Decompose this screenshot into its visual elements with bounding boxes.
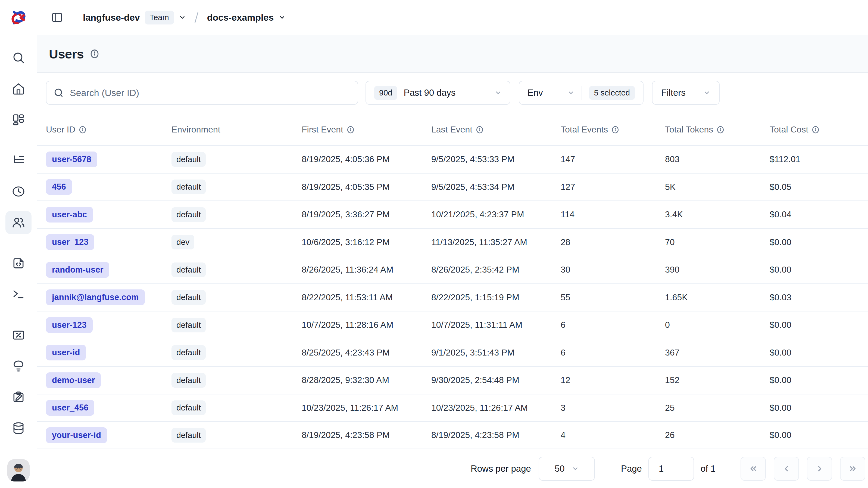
total-events-cell: 30 [561,265,665,275]
table-row[interactable]: user-5678 default 8/19/2025, 4:05:36 PM … [37,145,868,173]
user-id-badge[interactable]: user_456 [46,400,94,415]
table-header-row: User ID Environment First Event Last Eve… [37,105,868,145]
last-page-button[interactable] [840,457,865,481]
sidebar-item-scores[interactable] [5,324,32,347]
user-id-badge[interactable]: user-abc [46,207,93,223]
total-cost-cell: $0.03 [770,292,859,303]
total-cost-cell: $0.00 [770,237,859,247]
first-event-cell: 8/19/2025, 3:36:27 PM [302,209,431,220]
filters-label: Filters [661,88,686,98]
environment-filter-button[interactable]: Env 5 selected [519,81,644,105]
sidebar-item-evaluators[interactable] [5,355,32,378]
sidebar-item-tracing[interactable] [5,149,32,172]
column-header-total-tokens[interactable]: Total Tokens [665,124,770,135]
breadcrumb-workspace[interactable]: langfuse-dev Team [83,10,186,25]
sidebar-item-datasets[interactable] [5,417,32,439]
column-header-first-event[interactable]: First Event [302,124,431,135]
table-row[interactable]: random-user default 8/26/2025, 11:36:24 … [37,256,868,283]
sidebar-toggle-button[interactable] [47,7,67,27]
info-icon [611,126,619,134]
column-header-total-cost[interactable]: Total Cost [770,124,859,135]
chevron-down-icon [179,14,186,21]
chevron-left-icon [782,464,791,473]
sidebar-item-playground[interactable] [5,283,32,306]
user-id-badge[interactable]: random-user [46,262,109,278]
langfuse-users-page: langfuse-dev Team docs-examples Users [0,0,868,488]
column-header-last-event[interactable]: Last Event [431,124,561,135]
datasets-icon [12,421,25,435]
sidebar-item-search[interactable] [5,46,32,69]
first-event-cell: 10/23/2025, 11:26:17 AM [302,403,431,413]
total-events-cell: 6 [561,320,665,330]
table-row[interactable]: demo-user default 8/28/2025, 9:32:30 AM … [37,366,868,394]
workspace-type-badge: Team [145,10,174,25]
total-events-cell: 28 [561,237,665,247]
next-page-button[interactable] [807,457,832,481]
user-id-badge[interactable]: jannik@langfuse.com [46,289,145,305]
table-row[interactable]: user_123 dev 10/6/2025, 3:16:12 PM 11/13… [37,228,868,256]
sidebar [0,0,37,488]
table-row[interactable]: user-id default 8/25/2025, 4:23:43 PM 9/… [37,339,868,366]
user-id-badge[interactable]: user-id [46,345,86,361]
sidebar-item-annotation-queues[interactable] [5,386,32,408]
users-table: User ID Environment First Event Last Eve… [37,105,868,449]
home-icon [12,82,25,95]
table-row[interactable]: user-123 default 10/7/2025, 11:28:16 AM … [37,311,868,339]
user-id-badge[interactable]: your-user-id [46,427,107,443]
search-input[interactable] [70,88,350,98]
total-cost-cell: $0.00 [770,403,859,413]
chevron-down-icon [279,14,286,21]
environment-badge: default [172,400,206,415]
user-id-badge[interactable]: 456 [46,179,72,195]
environment-badge: dev [172,235,194,250]
table-row[interactable]: your-user-id default 8/19/2025, 4:23:58 … [37,421,868,449]
langfuse-logo[interactable] [0,0,37,35]
sidebar-item-sessions[interactable] [5,180,32,203]
total-events-cell: 12 [561,375,665,385]
filters-toolbar: 90d Past 90 days Env 5 selected Filters [37,73,868,105]
date-range-label: Past 90 days [404,88,456,98]
user-id-badge[interactable]: user-123 [46,317,93,333]
sidebar-item-dashboards[interactable] [5,108,32,131]
info-icon [79,126,87,134]
info-icon[interactable] [90,49,99,59]
total-cost-cell: $0.04 [770,209,859,220]
sidebar-item-users[interactable] [5,211,32,234]
total-tokens-cell: 25 [665,403,770,413]
total-tokens-cell: 390 [665,265,770,275]
previous-page-button[interactable] [774,457,799,481]
filters-button[interactable]: Filters [652,81,720,105]
environment-badge: default [172,262,206,277]
column-header-environment[interactable]: Environment [172,124,302,135]
total-events-cell: 127 [561,182,665,192]
first-page-button[interactable] [741,457,766,481]
table-row[interactable]: user_456 default 10/23/2025, 11:26:17 AM… [37,394,868,422]
total-cost-cell: $0.00 [770,265,859,275]
divider [582,86,582,100]
user-id-badge[interactable]: user_123 [46,234,94,250]
tracing-icon [12,154,25,167]
chevrons-right-icon [848,464,858,473]
user-id-badge[interactable]: demo-user [46,372,101,388]
breadcrumb-project[interactable]: docs-examples [207,12,286,23]
page-number-input[interactable] [648,457,694,481]
first-event-cell: 8/22/2025, 11:53:11 AM [302,292,431,303]
last-event-cell: 8/22/2025, 1:15:19 PM [431,292,561,303]
chevron-down-icon [572,465,579,472]
column-header-total-events[interactable]: Total Events [561,124,665,135]
total-tokens-cell: 26 [665,430,770,440]
table-row[interactable]: jannik@langfuse.com default 8/22/2025, 1… [37,283,868,311]
sidebar-item-prompts[interactable] [5,252,32,275]
user-avatar[interactable] [7,459,30,482]
column-header-user-id[interactable]: User ID [46,124,172,135]
user-id-badge[interactable]: user-5678 [46,151,97,167]
first-event-cell: 8/25/2025, 4:23:43 PM [302,348,431,358]
table-row[interactable]: user-abc default 8/19/2025, 3:36:27 PM 1… [37,200,868,228]
chevron-down-icon [495,89,502,96]
environment-badge: default [172,179,206,194]
rows-per-page-select[interactable]: 50 [539,457,595,481]
date-range-button[interactable]: 90d Past 90 days [366,81,510,105]
sidebar-item-home[interactable] [5,77,32,100]
last-event-cell: 10/21/2025, 4:23:37 PM [431,209,561,220]
table-row[interactable]: 456 default 8/19/2025, 4:05:35 PM 9/5/20… [37,173,868,201]
